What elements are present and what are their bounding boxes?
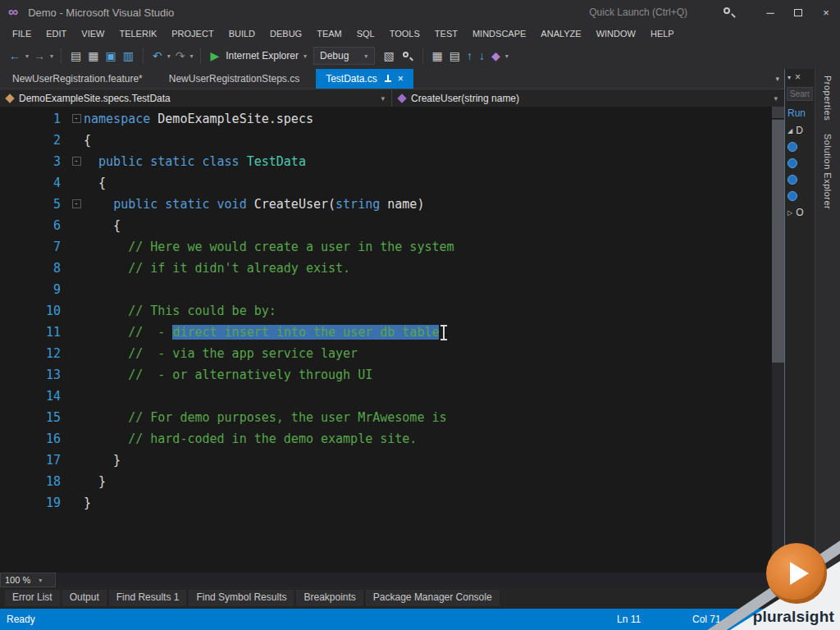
menu-team[interactable]: TEAM (309, 26, 349, 41)
properties-window-icon[interactable]: ▤ (447, 49, 463, 62)
menu-project[interactable]: PROJECT (164, 26, 221, 41)
redo-icon[interactable]: ↷ (173, 49, 188, 62)
navigate-down-icon[interactable]: ↓ (477, 49, 487, 62)
code-line[interactable]: 8 // if it didn't already exist. (0, 258, 772, 279)
caret-icon[interactable]: ▾ (50, 52, 53, 60)
test-group-row-collapsed[interactable]: ▷ O (785, 204, 815, 221)
code-line[interactable]: 13 // - or alternatively through UI (0, 364, 772, 386)
new-file-icon[interactable]: ▤ (68, 49, 84, 62)
save-all-icon[interactable]: ▥ (121, 49, 136, 62)
start-debug-icon[interactable]: ▶ (208, 49, 221, 62)
tab-find-symbol-results[interactable]: Find Symbol Results (189, 590, 294, 606)
menu-tools[interactable]: TOOLS (382, 26, 427, 41)
menu-window[interactable]: WINDOW (589, 26, 643, 41)
menu-telerik[interactable]: TELERIK (112, 26, 164, 41)
menu-view[interactable]: VIEW (74, 26, 112, 41)
code-line[interactable]: 4 { (0, 172, 772, 194)
test-item-row[interactable] (785, 171, 815, 188)
find-in-files-icon[interactable] (401, 50, 413, 62)
horizontal-scrollbar[interactable] (56, 573, 772, 587)
test-search-input[interactable] (787, 87, 813, 101)
close-tab-icon[interactable]: × (398, 73, 404, 84)
menu-test[interactable]: TEST (427, 26, 465, 41)
test-item-row[interactable] (785, 139, 815, 155)
maximize-button[interactable] (784, 7, 812, 19)
run-tests-link[interactable]: Run (788, 107, 812, 119)
menu-edit[interactable]: EDIT (39, 26, 74, 41)
code-editor[interactable]: 1 - namespace DemoExampleSite.specs 2 { … (0, 107, 784, 587)
chevron-down-icon[interactable]: ▾ (788, 74, 791, 81)
tab-package-manager-console[interactable]: Package Manager Console (366, 590, 500, 606)
code-line[interactable]: 18 } (0, 471, 772, 492)
sidebar-tab-solution-explorer[interactable]: Solution Explorer (823, 134, 833, 209)
expander-closed-icon[interactable]: ▷ (788, 209, 792, 217)
scrollbar-thumb[interactable] (772, 120, 784, 363)
caret-icon[interactable]: ▾ (167, 52, 171, 60)
code-line[interactable]: 9 (0, 279, 772, 300)
navigate-up-icon[interactable]: ↑ (464, 49, 475, 62)
menu-file[interactable]: FILE (5, 26, 39, 41)
expander-open-icon[interactable]: ◢ (788, 127, 792, 135)
test-group-row[interactable]: ◢ D (785, 122, 815, 139)
tab-newuserregistration-feature[interactable]: NewUserRegistration.feature* (2, 69, 153, 89)
navigate-forward-icon[interactable]: → (31, 49, 48, 62)
search-icon[interactable] (722, 6, 735, 19)
pin-icon[interactable] (384, 75, 391, 83)
navigate-backward-icon[interactable]: ← (7, 49, 23, 62)
code-line[interactable]: 2 { (0, 130, 772, 151)
code-line[interactable]: 11 // - direct insert into the user db t… (0, 322, 772, 343)
tab-find-results-1[interactable]: Find Results 1 (109, 590, 187, 606)
fold-collapse-icon[interactable]: - (72, 114, 81, 123)
code-line[interactable]: 16 // hard-coded in the demo example sit… (0, 428, 772, 450)
sidebar-tab-properties[interactable]: Properties (823, 75, 833, 121)
tab-error-list[interactable]: Error List (5, 590, 60, 606)
quick-launch-input[interactable]: Quick Launch (Ctrl+Q) (589, 7, 687, 18)
minimize-button[interactable]: ─ (756, 7, 784, 19)
attach-process-icon[interactable]: ▧ (381, 49, 396, 62)
type-dropdown[interactable]: DemoExampleSite.specs.TestData ▾ (0, 89, 392, 107)
open-file-icon[interactable]: ▦ (85, 49, 101, 62)
tab-testdata-cs[interactable]: TestData.cs × (316, 69, 413, 89)
menu-mindscape[interactable]: MINDSCAPE (465, 26, 533, 41)
menu-analyze[interactable]: ANALYZE (533, 26, 588, 41)
tab-newuserregistrationsteps-cs[interactable]: NewUserRegistrationSteps.cs (159, 69, 309, 89)
solution-folder-icon[interactable]: ▦ (430, 49, 445, 62)
test-item-row[interactable] (785, 188, 815, 204)
close-panel-icon[interactable]: × (795, 71, 801, 83)
code-line[interactable]: 1 - namespace DemoExampleSite.specs (0, 108, 772, 130)
menu-build[interactable]: BUILD (221, 26, 262, 41)
scrollbar-split-handle[interactable] (772, 107, 784, 119)
code-line[interactable]: 5 - public static void CreateUser(string… (0, 194, 772, 215)
tab-list-chevron-icon[interactable]: ▾ (775, 75, 784, 83)
code-line[interactable]: 17 } (0, 450, 772, 471)
undo-icon[interactable]: ↶ (150, 49, 165, 62)
test-item-row[interactable] (785, 155, 815, 171)
solution-config-select[interactable]: Debug ▾ (313, 47, 375, 65)
code-line[interactable]: 15 // For demo purposes, the user MrAwes… (0, 407, 772, 428)
code-line[interactable]: 10 // This could be by: (0, 300, 772, 322)
browser-select-label[interactable]: Internet Explorer (226, 50, 299, 62)
menu-debug[interactable]: DEBUG (262, 26, 309, 41)
caret-icon[interactable]: ▾ (189, 52, 193, 60)
toolbar-overflow-icon[interactable]: ▾ (505, 52, 509, 60)
code-line[interactable]: 7 // Here we would create a user in the … (0, 236, 772, 258)
menu-help[interactable]: HELP (643, 26, 682, 41)
code-line[interactable]: 14 (0, 386, 772, 407)
zoom-select[interactable]: 100 % ▾ (0, 573, 56, 587)
close-button[interactable]: × (812, 7, 840, 19)
caret-icon[interactable]: ▾ (25, 52, 29, 60)
member-dropdown[interactable]: CreateUser(string name) ▾ (392, 89, 784, 107)
menu-sql[interactable]: SQL (349, 26, 382, 41)
tab-output[interactable]: Output (62, 590, 107, 606)
caret-icon[interactable]: ▾ (304, 52, 307, 60)
chevron-down-icon[interactable]: ▾ (381, 94, 385, 103)
fold-collapse-icon[interactable]: - (72, 199, 81, 208)
fold-collapse-icon[interactable]: - (72, 157, 81, 166)
code-line[interactable]: 6 { (0, 215, 772, 236)
code-line[interactable]: 3 - public static class TestData (0, 151, 772, 172)
code-line[interactable]: 19 } (0, 492, 772, 514)
save-icon[interactable]: ▣ (103, 49, 119, 62)
vertical-scrollbar[interactable] (772, 107, 784, 573)
bookmark-icon[interactable]: ◆ (489, 49, 503, 62)
chevron-down-icon[interactable]: ▾ (774, 94, 778, 103)
